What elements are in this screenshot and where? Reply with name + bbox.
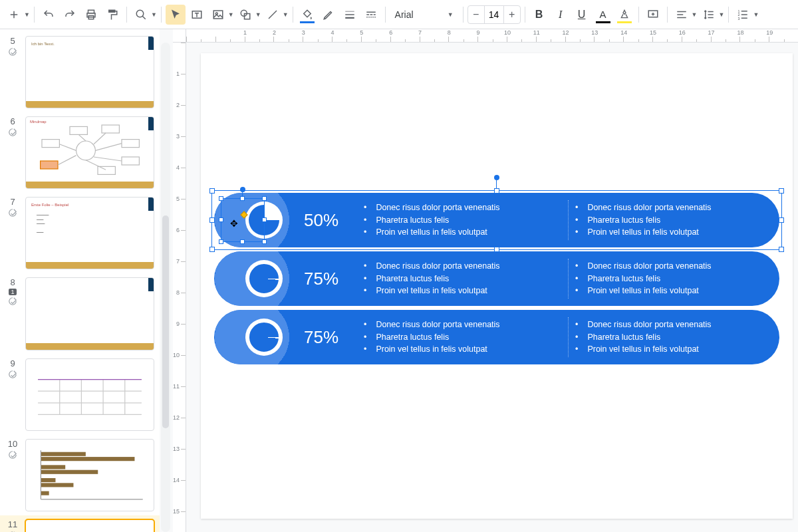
slide-thumb-9[interactable]: 9 (0, 354, 160, 435)
fill-color-button[interactable] (297, 5, 317, 25)
font-size-decrease-button[interactable]: − (468, 6, 484, 23)
zoom-dropdown-icon[interactable]: ▼ (151, 11, 157, 18)
svg-rect-41 (741, 17, 747, 19)
slide-thumb-5[interactable]: 5 Ich bin Texxt. (0, 32, 160, 112)
pie-chart-75[interactable] (245, 319, 283, 356)
info-row-3[interactable]: 75% Donec risus dolor porta venenatisPha… (214, 310, 779, 364)
slide-thumb-6[interactable]: 6 Mindmap (0, 112, 160, 193)
slide-thumb-10[interactable]: 10 (0, 435, 160, 515)
resize-handle[interactable] (262, 196, 267, 201)
new-slide-dropdown-icon[interactable]: ▼ (24, 11, 30, 18)
font-size-value[interactable]: 14 (484, 6, 504, 23)
slide[interactable]: 50% Donec risus dolor porta venenatisPha… (201, 53, 793, 519)
svg-rect-26 (374, 17, 376, 18)
line-spacing-button[interactable] (699, 5, 719, 25)
resize-handle[interactable] (262, 217, 267, 222)
font-size-increase-button[interactable]: + (504, 6, 520, 23)
slide-panel[interactable]: 5 Ich bin Texxt. 6 Mindmap 7 Erste Folie… (0, 29, 160, 532)
redo-button[interactable] (60, 5, 80, 25)
resize-handle[interactable] (494, 188, 499, 194)
font-size-control: − 14 + (467, 5, 521, 24)
shape-button[interactable] (235, 5, 255, 25)
resize-handle[interactable] (209, 188, 215, 194)
paint-format-button[interactable] (102, 5, 122, 25)
zoom-button[interactable] (131, 5, 151, 25)
select-tool-button[interactable] (166, 5, 186, 25)
svg-rect-16 (345, 14, 354, 15)
selection-outer[interactable] (211, 190, 782, 250)
scrollbar-vertical[interactable] (161, 43, 170, 532)
align-dropdown-icon[interactable]: ▼ (692, 11, 698, 18)
svg-rect-43 (102, 125, 119, 133)
svg-rect-47 (42, 140, 59, 148)
textbox-button[interactable] (187, 5, 207, 25)
resize-handle[interactable] (219, 217, 223, 222)
svg-point-5 (136, 10, 144, 17)
svg-rect-22 (366, 17, 368, 18)
rotate-handle[interactable] (240, 187, 245, 192)
svg-rect-24 (370, 17, 372, 18)
svg-rect-44 (122, 140, 139, 148)
print-button[interactable] (81, 5, 101, 25)
border-dash-button[interactable] (361, 5, 381, 25)
canvas[interactable]: 50% Donec risus dolor porta venenatisPha… (160, 29, 798, 532)
resize-handle[interactable] (219, 196, 223, 201)
attachment-icon (8, 208, 17, 217)
slide-thumb-11[interactable]: 11 (0, 515, 160, 532)
chevron-down-icon: ▼ (448, 11, 454, 18)
pie-chart-75[interactable] (245, 260, 283, 297)
resize-handle[interactable] (209, 247, 215, 252)
attachment-icon (8, 450, 17, 460)
numbered-list-button[interactable]: 123 (733, 5, 753, 25)
image-dropdown-icon[interactable]: ▼ (228, 11, 234, 18)
svg-rect-37 (741, 11, 747, 12)
svg-text:3: 3 (738, 16, 740, 20)
shape-dropdown-icon[interactable]: ▼ (255, 11, 261, 18)
scrollbar-thumb[interactable] (162, 215, 169, 428)
underline-button[interactable]: U (572, 5, 592, 25)
attachment-icon (8, 128, 17, 137)
undo-button[interactable] (39, 5, 59, 25)
slide-thumb-7[interactable]: 7 Erste Folie – Beispiel ━━━━━━━━━━━━━━━… (0, 193, 160, 273)
resize-handle[interactable] (240, 196, 245, 201)
rotate-handle[interactable] (494, 175, 499, 180)
border-color-button[interactable] (319, 5, 338, 25)
resize-handle[interactable] (219, 239, 223, 244)
spacing-dropdown-icon[interactable]: ▼ (719, 11, 725, 18)
bullet-column-right: Donec risus dolor porta venenatisPharetr… (569, 319, 779, 356)
slide-thumb-8[interactable]: 81 (0, 273, 160, 354)
resize-handle[interactable] (240, 239, 245, 244)
selection-shape[interactable] (221, 198, 265, 242)
image-button[interactable] (208, 5, 228, 25)
line-dropdown-icon[interactable]: ▼ (283, 11, 289, 18)
adjustment-handle[interactable] (240, 211, 247, 218)
numbered-list-dropdown-icon[interactable]: ▼ (753, 11, 759, 18)
resize-handle[interactable] (209, 217, 215, 223)
svg-line-51 (78, 135, 86, 142)
text-color-button[interactable]: A (593, 5, 613, 25)
svg-line-54 (94, 157, 122, 161)
resize-handle[interactable] (779, 188, 784, 194)
resize-handle[interactable] (779, 217, 784, 223)
bold-button[interactable]: B (529, 5, 549, 25)
align-button[interactable] (672, 5, 692, 25)
resize-handle[interactable] (262, 239, 267, 244)
font-family-select[interactable]: Arial ▼ (390, 5, 459, 24)
svg-rect-10 (213, 11, 223, 19)
svg-rect-32 (677, 17, 686, 18)
ruler-corner (173, 29, 186, 43)
resize-handle[interactable] (494, 247, 499, 252)
new-slide-button[interactable] (4, 5, 24, 25)
resize-handle[interactable] (779, 247, 784, 252)
bullet-column-left: Donec risus dolor porta venenatisPharetr… (357, 260, 568, 297)
info-row-2[interactable]: 75% Donec risus dolor porta venenatisPha… (214, 251, 779, 306)
highlight-color-button[interactable] (614, 5, 634, 25)
italic-button[interactable]: I (551, 5, 571, 25)
border-weight-button[interactable] (340, 5, 360, 25)
svg-rect-72 (41, 491, 49, 495)
svg-line-56 (58, 156, 76, 165)
insert-comment-button[interactable] (643, 5, 663, 25)
svg-rect-30 (677, 11, 686, 12)
line-button[interactable] (263, 5, 283, 25)
svg-rect-21 (373, 14, 375, 15)
